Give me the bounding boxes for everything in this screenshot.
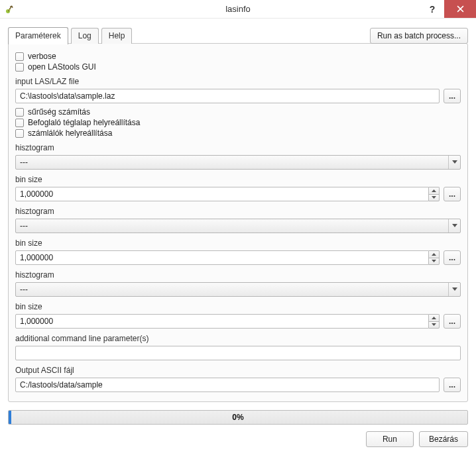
binsize-field-1[interactable]	[15, 187, 429, 201]
dialog-body: Paraméterek Log Help Run as batch proces…	[0, 19, 476, 454]
chevron-down-icon	[448, 219, 460, 233]
label-input-file: input LAS/LAZ file	[15, 77, 461, 86]
checkbox-icon	[15, 119, 24, 127]
label-binsize-1: bin size	[15, 175, 461, 184]
label-additional-params: additional command line parameter(s)	[15, 334, 461, 343]
histogram-select-3[interactable]: ---	[15, 282, 461, 297]
browse-input-button[interactable]: ...	[444, 89, 461, 103]
chevron-down-icon	[448, 283, 460, 296]
select-value: ---	[16, 221, 32, 231]
titlebar-close-button[interactable]	[444, 0, 476, 18]
spin-buttons[interactable]	[429, 314, 440, 329]
checkbox-label: open LAStools GUI	[28, 62, 96, 72]
additional-params-field[interactable]	[15, 346, 461, 360]
checkbox-icon	[15, 129, 24, 138]
checkbox-density[interactable]: sűrűség számítás	[15, 107, 461, 117]
titlebar-help-button[interactable]: ?	[420, 0, 444, 18]
checkbox-label: sűrűség számítás	[28, 107, 90, 117]
checkbox-label: verbose	[28, 52, 56, 61]
spin-buttons[interactable]	[429, 187, 440, 201]
select-value: ---	[16, 285, 32, 294]
binsize-field-2[interactable]	[15, 250, 429, 265]
output-file-field[interactable]	[15, 378, 440, 392]
run-as-batch-button[interactable]: Run as batch process...	[370, 28, 468, 44]
checkbox-icon	[15, 63, 24, 72]
tab-help[interactable]: Help	[101, 28, 133, 44]
select-value: ---	[16, 158, 32, 167]
checkbox-icon	[15, 108, 24, 117]
browse-output-button[interactable]: ...	[444, 378, 461, 392]
spin-down-icon[interactable]	[429, 321, 440, 329]
window-title: lasinfo	[0, 4, 476, 14]
binsize-options-button-2[interactable]: ...	[444, 250, 461, 265]
label-histogram-1: hisztogram	[15, 143, 461, 152]
checkbox-label: Befoglaló téglalap helyreállítása	[28, 118, 140, 127]
progress-bar: 0%	[8, 410, 468, 425]
title-bar: lasinfo ?	[0, 0, 476, 19]
label-binsize-3: bin size	[15, 302, 461, 311]
label-histogram-3: hisztogram	[15, 270, 461, 280]
histogram-select-1[interactable]: ---	[15, 155, 461, 170]
app-icon	[4, 3, 16, 15]
spin-up-icon[interactable]	[429, 314, 440, 321]
checkbox-open-gui[interactable]: open LAStools GUI	[15, 62, 461, 72]
input-file-field[interactable]	[15, 89, 440, 103]
spin-up-icon[interactable]	[429, 187, 440, 194]
checkbox-verbose[interactable]: verbose	[15, 52, 461, 61]
run-button[interactable]: Run	[366, 431, 414, 447]
tab-parameters[interactable]: Paraméterek	[8, 27, 68, 44]
spin-down-icon[interactable]	[429, 258, 440, 266]
binsize-options-button-1[interactable]: ...	[444, 187, 461, 201]
label-histogram-2: hisztogram	[15, 207, 461, 216]
tab-bar: Paraméterek Log Help	[8, 26, 132, 44]
histogram-select-2[interactable]: ---	[15, 219, 461, 233]
spin-up-icon[interactable]	[429, 250, 440, 258]
parameters-panel: verbose open LAStools GUI input LAS/LAZ …	[8, 43, 468, 402]
progress-label: 0%	[9, 411, 467, 424]
checkbox-label: számlálók helyreállítása	[28, 129, 112, 138]
label-binsize-2: bin size	[15, 238, 461, 248]
spin-down-icon[interactable]	[429, 194, 440, 202]
chevron-down-icon	[448, 156, 460, 169]
checkbox-bbox-repair[interactable]: Befoglaló téglalap helyreállítása	[15, 118, 461, 127]
binsize-field-3[interactable]	[15, 314, 429, 329]
checkbox-counters-repair[interactable]: számlálók helyreállítása	[15, 129, 461, 138]
spin-buttons[interactable]	[429, 250, 440, 265]
label-output-file: Output ASCII fájl	[15, 366, 461, 375]
binsize-options-button-3[interactable]: ...	[444, 314, 461, 329]
close-icon	[457, 5, 464, 13]
tab-log[interactable]: Log	[71, 28, 99, 44]
checkbox-icon	[15, 52, 24, 61]
close-button[interactable]: Bezárás	[419, 431, 468, 447]
